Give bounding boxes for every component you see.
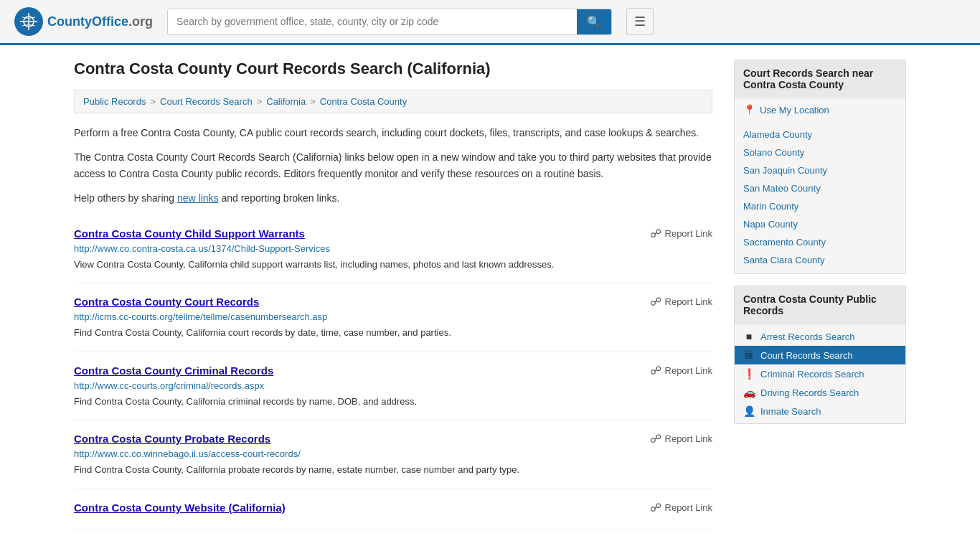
sidebar-county-item: Napa County [735,215,905,233]
report-link[interactable]: ☍ Report Link [650,501,712,514]
breadcrumb-sep-2: > [257,96,263,107]
report-icon: ☍ [650,295,661,309]
report-link[interactable]: ☍ Report Link [650,364,712,377]
intro-para1: Perform a free Contra Costa County, CA p… [74,125,712,141]
sidebar-record-link[interactable]: Driving Records Search [760,387,859,398]
breadcrumb: Public Records > Court Records Search > … [74,90,712,113]
location-pin-icon: 📍 [743,104,755,116]
record-item: Contra Costa County Website (California)… [74,489,712,529]
sidebar-county-item: Sacramento County [735,233,905,251]
record-url[interactable]: http://www.co.contra-costa.ca.us/1374/Ch… [74,243,712,254]
site-header: CountyOffice.org 🔍 ☰ [0,0,980,45]
record-title[interactable]: Contra Costa County Website (California) [74,501,286,514]
report-icon: ☍ [650,432,661,446]
sidebar-county-link[interactable]: Napa County [743,219,897,230]
breadcrumb-sep-3: > [310,96,316,107]
record-url[interactable]: http://www.cc-courts.org/criminal/record… [74,380,712,391]
sidebar-records-item: 🏛Court Records Search [735,346,905,364]
new-links-link[interactable]: new links [177,192,219,204]
sidebar-record-icon: ■ [743,331,755,342]
nearby-counties-list: Alameda CountySolano CountySan Joaquin C… [735,121,905,273]
logo-text: CountyOffice.org [47,14,153,29]
record-title[interactable]: Contra Costa County Criminal Records [74,364,273,377]
search-bar: 🔍 [167,9,612,35]
record-item-header: Contra Costa County Child Support Warran… [74,227,712,240]
sidebar-records-item: ❗Criminal Records Search [735,364,905,383]
record-item-header: Contra Costa County Probate Records ☍ Re… [74,432,712,446]
report-icon: ☍ [650,364,661,377]
breadcrumb-contra-costa[interactable]: Contra Costa County [320,96,407,107]
record-desc: Find Contra Costa County, California cou… [74,326,712,340]
sidebar-record-link[interactable]: Criminal Records Search [760,369,864,380]
record-desc: Find Contra Costa County, California cri… [74,395,712,409]
sidebar-nearby-title: Court Records Search near Contra Costa C… [735,60,905,98]
record-item-header: Contra Costa County Criminal Records ☍ R… [74,364,712,377]
sidebar-county-item: Santa Clara County [735,251,905,269]
record-item: Contra Costa County Criminal Records ☍ R… [74,352,712,421]
report-link[interactable]: ☍ Report Link [650,432,712,446]
sidebar-records-item: 🚗Driving Records Search [735,383,905,402]
sidebar-record-link[interactable]: Arrest Records Search [760,331,855,342]
sidebar-county-link[interactable]: San Joaquin County [743,165,897,176]
report-icon: ☍ [650,227,661,240]
public-records-list: ■Arrest Records Search🏛Court Records Sea… [735,324,905,423]
report-link[interactable]: ☍ Report Link [650,227,712,240]
use-location: 📍 Use My Location [735,98,905,121]
sidebar-records-item: 👤Inmate Search [735,402,905,420]
hamburger-icon: ☰ [634,14,646,29]
record-title[interactable]: Contra Costa County Probate Records [74,433,270,445]
search-button[interactable]: 🔍 [577,9,611,34]
menu-button[interactable]: ☰ [626,8,654,35]
record-item-header: Contra Costa County Website (California)… [74,501,712,514]
breadcrumb-california[interactable]: California [266,96,306,107]
use-location-link[interactable]: Use My Location [760,105,829,116]
record-item-header: Contra Costa County Court Records ☍ Repo… [74,295,712,309]
sidebar: Court Records Search near Contra Costa C… [734,60,906,529]
records-list: Contra Costa County Child Support Warran… [74,215,712,529]
record-item: Contra Costa County Child Support Warran… [74,215,712,284]
sidebar-record-icon: ❗ [743,368,755,380]
sidebar-county-link[interactable]: Santa Clara County [743,255,897,265]
sidebar-county-item: San Mateo County [735,179,905,197]
sidebar-record-icon: 🚗 [743,387,755,398]
page-title: Contra Costa County Court Records Search… [74,60,712,78]
sidebar-record-link[interactable]: Court Records Search [760,350,853,361]
record-item: Contra Costa County Probate Records ☍ Re… [74,420,712,489]
breadcrumb-court-records[interactable]: Court Records Search [160,96,253,107]
sidebar-records-item: ■Arrest Records Search [735,327,905,346]
sidebar-county-link[interactable]: Alameda County [743,129,897,140]
sidebar-public-records-section: Contra Costa County Public Records ■Arre… [734,286,906,424]
sidebar-county-item: Alameda County [735,126,905,143]
breadcrumb-public-records[interactable]: Public Records [83,96,146,107]
sidebar-county-link[interactable]: Marin County [743,201,897,212]
sidebar-record-icon: 👤 [743,405,755,417]
sidebar-record-link[interactable]: Inmate Search [760,406,821,417]
record-desc: View Contra Costa County, California chi… [74,258,712,272]
record-title[interactable]: Contra Costa County Court Records [74,296,259,308]
sidebar-county-item: Marin County [735,197,905,215]
breadcrumb-sep-1: > [150,96,156,107]
report-link[interactable]: ☍ Report Link [650,295,712,309]
report-icon: ☍ [650,501,661,514]
main-content: Contra Costa County Court Records Search… [74,60,712,529]
record-title[interactable]: Contra Costa County Child Support Warran… [74,227,305,240]
search-input[interactable] [168,9,577,34]
sidebar-county-link[interactable]: Solano County [743,147,897,158]
sidebar-county-item: San Joaquin County [735,161,905,179]
record-desc: Find Contra Costa County, California pro… [74,463,712,477]
sidebar-public-records-title: Contra Costa County Public Records [735,286,905,324]
intro-para3-suffix: and reporting broken links. [219,192,340,204]
record-url[interactable]: http://www.cc.co.winnebago.il.us/access-… [74,448,712,459]
sidebar-county-link[interactable]: San Mateo County [743,183,897,194]
sidebar-nearby-section: Court Records Search near Contra Costa C… [734,60,906,274]
sidebar-record-icon: 🏛 [743,349,755,361]
sidebar-county-link[interactable]: Sacramento County [743,237,897,248]
record-url[interactable]: http://icms.cc-courts.org/tellme/tellme/… [74,311,712,322]
sidebar-county-item: Solano County [735,143,905,161]
logo[interactable]: CountyOffice.org [14,7,153,36]
search-icon: 🔍 [587,16,601,28]
logo-icon [14,7,43,36]
intro-para3-prefix: Help others by sharing [74,192,177,204]
record-item: Contra Costa County Court Records ☍ Repo… [74,283,712,352]
page-body: Contra Costa County Court Records Search… [60,45,920,544]
